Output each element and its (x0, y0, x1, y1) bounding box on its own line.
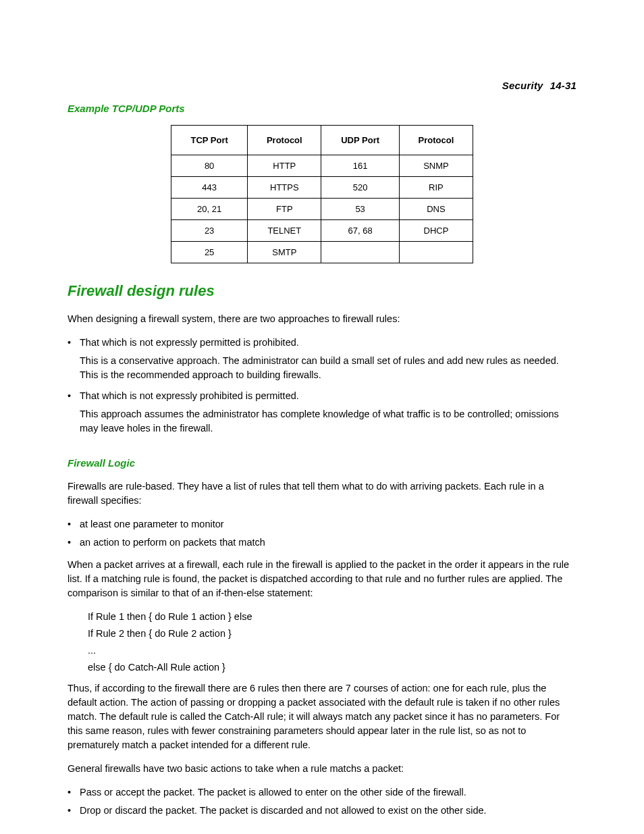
cell (321, 242, 400, 263)
heading-firewall-logic: Firewall Logic (68, 457, 576, 469)
bullet-icon: • (68, 785, 80, 800)
heading-design-rules: Firewall design rules (68, 282, 576, 300)
cell: 80 (171, 155, 248, 177)
header-section: Security (502, 80, 543, 91)
logic-action-1: • Pass or accept the packet. The packet … (68, 785, 576, 800)
table-row: 23 TELNET 67, 68 DHCP (171, 220, 473, 242)
logic-p3: Thus, if according to the firewall there… (68, 681, 576, 752)
cell: SMTP (248, 242, 321, 263)
logic-code-3: ... (88, 644, 576, 658)
logic-req-2: • an action to perform on packets that m… (68, 536, 576, 550)
cell: 161 (321, 155, 400, 177)
cell: HTTP (248, 155, 321, 177)
logic-intro: Firewalls are rule-based. They have a li… (68, 479, 576, 508)
th-tcp-port: TCP Port (171, 126, 248, 155)
logic-req-2-text: an action to perform on packets that mat… (80, 536, 576, 550)
logic-code-2: If Rule 2 then { do Rule 2 action } (88, 627, 576, 641)
logic-p4: General firewalls have two basic actions… (68, 762, 576, 776)
cell: TELNET (248, 220, 321, 242)
bullet-icon: • (68, 536, 80, 550)
table-row: 20, 21 FTP 53 DNS (171, 199, 473, 220)
logic-action-2-text: Drop or discard the packet. The packet i… (80, 804, 576, 818)
bullet-icon: • (68, 804, 80, 818)
cell: 25 (171, 242, 248, 263)
logic-code-4: else { do Catch-All Rule action } (88, 660, 576, 675)
th-tcp-proto: Protocol (248, 126, 321, 155)
cell: 67, 68 (321, 220, 400, 242)
th-udp-port: UDP Port (321, 126, 400, 155)
design-intro: When designing a firewall system, there … (68, 312, 576, 326)
table-head-row: TCP Port Protocol UDP Port Protocol (171, 126, 473, 155)
design-bullet-1-body: This is a conservative approach. The adm… (80, 354, 576, 382)
table-row: 25 SMTP (171, 242, 473, 263)
cell (399, 242, 473, 263)
cell: 520 (321, 177, 400, 199)
bullet-icon: • (68, 517, 80, 531)
logic-action-2: • Drop or discard the packet. The packet… (68, 804, 576, 818)
heading-ports: Example TCP/UDP Ports (68, 103, 576, 114)
table-row: 80 HTTP 161 SNMP (171, 155, 473, 177)
cell: DNS (399, 199, 473, 220)
cell: HTTPS (248, 177, 321, 199)
design-bullet-2-body: This approach assumes the administrator … (80, 407, 576, 436)
cell: 23 (171, 220, 248, 242)
design-bullet-2-title: That which is not expressly prohibited i… (80, 389, 576, 403)
cell: RIP (399, 177, 473, 199)
page: Security14-31 Example TCP/UDP Ports TCP … (0, 0, 644, 834)
header-page: 14-31 (550, 80, 576, 91)
design-bullet-1-title: That which is not expressly permitted is… (80, 336, 576, 350)
logic-req-1-text: at least one parameter to monitor (80, 517, 576, 531)
cell: 443 (171, 177, 248, 199)
cell: 20, 21 (171, 199, 248, 220)
cell: DHCP (399, 220, 473, 242)
th-udp-proto: Protocol (399, 126, 473, 155)
design-bullet-1: • That which is not expressly permitted … (68, 336, 576, 350)
running-header: Security14-31 (502, 80, 576, 91)
ports-table: TCP Port Protocol UDP Port Protocol 80 H… (171, 125, 473, 263)
bullet-icon: • (68, 389, 80, 403)
cell: FTP (248, 199, 321, 220)
logic-p2: When a packet arrives at a firewall, eac… (68, 558, 576, 600)
design-bullet-2: • That which is not expressly prohibited… (68, 389, 576, 403)
table-row: 443 HTTPS 520 RIP (171, 177, 473, 199)
logic-code-1: If Rule 1 then { do Rule 1 action } else (88, 610, 576, 624)
cell: 53 (321, 199, 400, 220)
logic-req-1: • at least one parameter to monitor (68, 517, 576, 531)
cell: SNMP (399, 155, 473, 177)
bullet-icon: • (68, 336, 80, 350)
logic-action-1-text: Pass or accept the packet. The packet is… (80, 785, 576, 800)
